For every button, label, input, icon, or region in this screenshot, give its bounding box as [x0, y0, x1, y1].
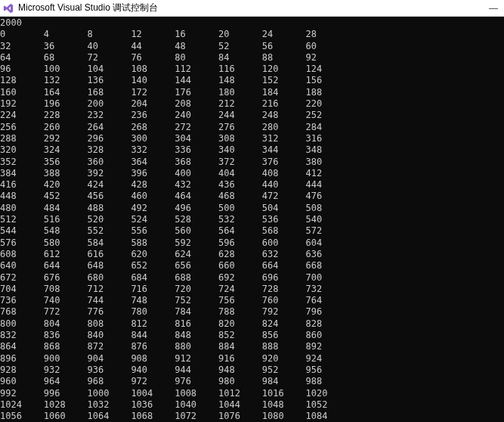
console-row: 128 132 136 140 144 148 152 156 — [0, 75, 504, 86]
console-row: 704 708 712 716 720 724 728 732 — [0, 284, 504, 295]
console-row: 0 4 8 12 16 20 24 28 — [0, 29, 504, 40]
console-row: 32 36 40 44 48 52 56 60 — [0, 41, 504, 52]
console-row: 736 740 744 748 752 756 760 764 — [0, 295, 504, 306]
console-row: 1024 1028 1032 1036 1040 1044 1048 1052 — [0, 399, 504, 411]
console-row: 864 868 872 876 880 884 888 892 — [0, 341, 504, 352]
console-row: 224 228 232 236 240 244 248 252 — [0, 110, 504, 121]
minimize-button[interactable]: — — [486, 2, 501, 14]
console-row: 256 260 264 268 272 276 280 284 — [0, 122, 504, 133]
console-row: 640 644 648 652 656 660 664 668 — [0, 260, 504, 272]
console-row: 960 964 968 972 976 980 984 988 — [0, 376, 504, 387]
title-bar[interactable]: Microsoft Visual Studio 调试控制台 — — [0, 0, 504, 17]
console-row: 672 676 680 684 688 692 696 700 — [0, 272, 504, 284]
console-row: 768 772 776 780 784 788 792 796 — [0, 306, 504, 318]
console-row: 192 196 200 204 208 212 216 220 — [0, 98, 504, 110]
console-row: 320 324 328 332 336 340 344 348 — [0, 144, 504, 156]
console-row: 896 900 904 908 912 916 920 924 — [0, 353, 504, 365]
console-window: Microsoft Visual Studio 调试控制台 — 20000 4 … — [0, 0, 504, 422]
console-initial-value: 2000 — [0, 17, 504, 29]
window-title: Microsoft Visual Studio 调试控制台 — [18, 2, 486, 14]
console-row: 288 292 296 300 304 308 312 316 — [0, 133, 504, 144]
console-output[interactable]: 20000 4 8 12 16 20 24 28 32 36 40 44 48 … — [0, 17, 504, 422]
console-row: 480 484 488 492 496 500 504 508 — [0, 203, 504, 214]
console-row: 992 996 1000 1004 1008 1012 1016 1020 — [0, 388, 504, 399]
console-row: 352 356 360 364 368 372 376 380 — [0, 157, 504, 168]
console-row: 800 804 808 812 816 820 824 828 — [0, 318, 504, 330]
console-row: 1056 1060 1064 1068 1072 1076 1080 1084 — [0, 411, 504, 422]
console-row: 416 420 424 428 432 436 440 444 — [0, 179, 504, 191]
console-row: 512 516 520 524 528 532 536 540 — [0, 214, 504, 225]
console-row: 544 548 552 556 560 564 568 572 — [0, 225, 504, 237]
console-row: 64 68 72 76 80 84 88 92 — [0, 52, 504, 64]
console-row: 160 164 168 172 176 180 184 188 — [0, 87, 504, 98]
console-row: 384 388 392 396 400 404 408 412 — [0, 168, 504, 179]
console-row: 576 580 584 588 592 596 600 604 — [0, 237, 504, 249]
console-row: 832 836 840 844 848 852 856 860 — [0, 330, 504, 341]
window-controls: — — [486, 2, 501, 14]
console-row: 96 100 104 108 112 116 120 124 — [0, 64, 504, 75]
console-row: 448 452 456 460 464 468 472 476 — [0, 191, 504, 202]
vs-icon — [3, 3, 14, 14]
console-row: 928 932 936 940 944 948 952 956 — [0, 365, 504, 376]
console-row: 608 612 616 620 624 628 632 636 — [0, 249, 504, 260]
